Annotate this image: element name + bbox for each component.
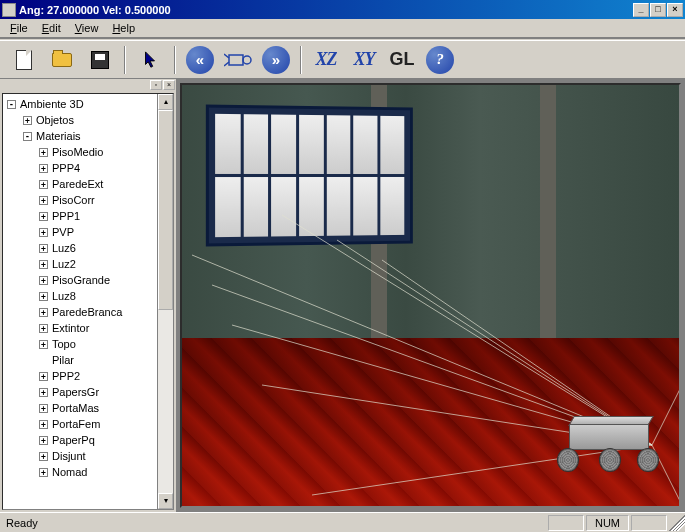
menu-file[interactable]: File (4, 20, 34, 36)
collapse-toggle[interactable]: - (23, 132, 32, 141)
menu-view[interactable]: View (69, 20, 105, 36)
scroll-track[interactable] (158, 110, 173, 493)
tree-item[interactable]: +ParedeBranca (3, 304, 173, 320)
toolbar-separator (174, 46, 176, 74)
svg-rect-0 (229, 55, 243, 65)
rewind-button[interactable]: « (182, 44, 218, 76)
scroll-thumb[interactable] (158, 110, 173, 310)
tree-item-label: Luz6 (52, 240, 76, 256)
tree-item[interactable]: +Topo (3, 336, 173, 352)
xz-button[interactable]: XZ (308, 44, 344, 76)
expand-toggle[interactable]: + (39, 324, 48, 333)
expand-toggle[interactable]: + (39, 404, 48, 413)
expand-toggle[interactable]: + (39, 244, 48, 253)
tree-item-label: Nomad (52, 464, 87, 480)
tree-item[interactable]: +PisoMedio (3, 144, 173, 160)
tree-item[interactable]: +PVP (3, 224, 173, 240)
tree-item-label: PisoCorr (52, 192, 95, 208)
open-button[interactable] (44, 44, 80, 76)
svg-line-8 (337, 240, 652, 445)
tree-item-label: PPP1 (52, 208, 80, 224)
tree-item-label: PortaFem (52, 416, 100, 432)
forward-button[interactable]: » (258, 44, 294, 76)
expand-toggle[interactable]: + (39, 452, 48, 461)
new-file-icon (16, 50, 32, 70)
tree-item[interactable]: +Extintor (3, 320, 173, 336)
panel-close-button[interactable]: × (163, 80, 175, 90)
expand-toggle[interactable]: + (39, 276, 48, 285)
tree-view[interactable]: -Ambiente 3D+Objetos-Materiais+PisoMedio… (2, 93, 174, 510)
panel-header: ▫ × (0, 79, 176, 91)
expand-toggle[interactable]: + (39, 420, 48, 429)
expand-toggle[interactable]: + (39, 148, 48, 157)
expand-toggle[interactable]: + (39, 292, 48, 301)
resize-grip[interactable] (669, 515, 685, 531)
xy-icon: XY (353, 49, 374, 70)
tree-item[interactable]: +PisoGrande (3, 272, 173, 288)
expand-toggle[interactable]: + (39, 436, 48, 445)
tree-item[interactable]: +Luz8 (3, 288, 173, 304)
expand-toggle[interactable]: + (39, 388, 48, 397)
menu-help[interactable]: Help (106, 20, 141, 36)
scroll-down-button[interactable]: ▾ (158, 493, 173, 509)
pointer-button[interactable] (132, 44, 168, 76)
tree-item-label: PVP (52, 224, 74, 240)
tree-item-label: Topo (52, 336, 76, 352)
tree-item[interactable]: +Luz2 (3, 256, 173, 272)
tree-item[interactable]: +PPP1 (3, 208, 173, 224)
tree-item-label: PisoGrande (52, 272, 110, 288)
tree-item[interactable]: +Disjunt (3, 448, 173, 464)
svg-line-7 (282, 215, 652, 445)
tree-item-label: PPP2 (52, 368, 80, 384)
expand-toggle[interactable]: + (39, 196, 48, 205)
tree-item[interactable]: -Materiais (3, 128, 173, 144)
close-button[interactable]: × (667, 3, 683, 17)
tree-item[interactable]: +PaperPq (3, 432, 173, 448)
status-text: Ready (0, 515, 44, 531)
tree-item[interactable]: +Luz6 (3, 240, 173, 256)
status-pane (548, 515, 584, 531)
tree-item[interactable]: -Ambiente 3D (3, 96, 173, 112)
expand-toggle[interactable]: + (39, 180, 48, 189)
svg-point-1 (243, 56, 251, 64)
tree-item[interactable]: +PPP4 (3, 160, 173, 176)
help-button[interactable]: ? (422, 44, 458, 76)
tree-item[interactable]: +PisoCorr (3, 192, 173, 208)
tree-item-label: PPP4 (52, 160, 80, 176)
expand-toggle[interactable]: + (39, 260, 48, 269)
expand-toggle[interactable]: + (23, 116, 32, 125)
expand-toggle[interactable]: + (39, 212, 48, 221)
minimize-button[interactable]: _ (633, 3, 649, 17)
tree-item[interactable]: Pilar (3, 352, 173, 368)
maximize-button[interactable]: □ (650, 3, 666, 17)
scrollbar-vertical[interactable]: ▴ ▾ (157, 94, 173, 509)
tree-item[interactable]: +Objetos (3, 112, 173, 128)
tree-item-label: Extintor (52, 320, 89, 336)
scroll-up-button[interactable]: ▴ (158, 94, 173, 110)
tree-item[interactable]: +ParedeExt (3, 176, 173, 192)
tree-item[interactable]: +Nomad (3, 464, 173, 480)
expand-toggle[interactable]: + (39, 372, 48, 381)
expand-toggle[interactable]: + (39, 164, 48, 173)
camera-button[interactable] (220, 44, 256, 76)
menu-edit[interactable]: Edit (36, 20, 67, 36)
save-button[interactable] (82, 44, 118, 76)
expand-toggle[interactable]: + (39, 308, 48, 317)
tree-item-label: PisoMedio (52, 144, 103, 160)
tree-item-label: PaperPq (52, 432, 95, 448)
new-button[interactable] (6, 44, 42, 76)
collapse-toggle[interactable]: - (7, 100, 16, 109)
xy-button[interactable]: XY (346, 44, 382, 76)
gl-button[interactable]: GL (384, 44, 420, 76)
expand-toggle[interactable]: + (39, 468, 48, 477)
tree-item[interactable]: +PPP2 (3, 368, 173, 384)
tree-item[interactable]: +PapersGr (3, 384, 173, 400)
expand-toggle[interactable]: + (39, 340, 48, 349)
tree-item[interactable]: +PortaFem (3, 416, 173, 432)
panel-pin-button[interactable]: ▫ (150, 80, 162, 90)
tree-item[interactable]: +PortaMas (3, 400, 173, 416)
expand-toggle[interactable]: + (39, 228, 48, 237)
viewport-3d[interactable] (180, 83, 681, 508)
tree-item-label: Pilar (52, 352, 74, 368)
tree-item-label: Ambiente 3D (20, 96, 84, 112)
